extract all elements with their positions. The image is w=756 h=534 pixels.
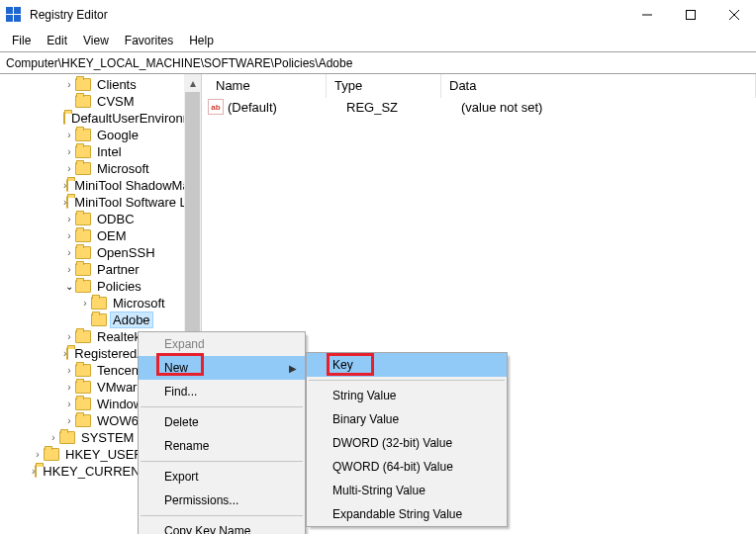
tree-item[interactable]: ›MiniTool Software Limited: [0, 194, 201, 211]
menu-file[interactable]: File: [4, 31, 39, 50]
chevron-right-icon[interactable]: ›: [63, 163, 75, 174]
menu-item-rename[interactable]: Rename: [139, 434, 305, 458]
chevron-right-icon[interactable]: ›: [63, 399, 75, 409]
chevron-right-icon[interactable]: ›: [47, 432, 59, 443]
tree-item-label: Intel: [95, 144, 124, 159]
folder-icon: [75, 364, 91, 377]
menu-edit[interactable]: Edit: [39, 31, 75, 50]
folder-icon: [91, 297, 107, 310]
address-bar[interactable]: Computer\HKEY_LOCAL_MACHINE\SOFTWARE\Pol…: [0, 51, 756, 74]
folder-icon: [75, 145, 91, 158]
menubar: File Edit View Favorites Help: [0, 30, 756, 51]
value-row[interactable]: ab (Default) REG_SZ (value not set): [202, 98, 756, 116]
tree-item-label: DefaultUserEnvironment: [69, 111, 202, 126]
col-name[interactable]: Name: [208, 74, 327, 98]
menu-item-new-label: New: [164, 361, 188, 375]
chevron-right-icon[interactable]: ›: [79, 298, 91, 309]
folder-icon: [75, 246, 91, 259]
tree-item[interactable]: ⌄Policies: [0, 278, 201, 295]
menu-separator: [309, 380, 505, 381]
menu-item-export[interactable]: Export: [139, 465, 305, 489]
tree-item[interactable]: Adobe: [0, 312, 201, 328]
folder-icon: [75, 162, 91, 175]
folder-icon: [59, 431, 75, 444]
tree-item-label: ODBC: [95, 212, 137, 226]
submenu-qword[interactable]: QWORD (64-bit) Value: [307, 455, 507, 479]
folder-icon: [66, 196, 68, 209]
tree-item[interactable]: ›Google: [0, 127, 201, 143]
chevron-right-icon[interactable]: ›: [63, 415, 75, 426]
folder-icon: [75, 78, 91, 91]
submenu-binary[interactable]: Binary Value: [307, 407, 507, 431]
context-menu: Expand New ▶ Find... Delete Rename Expor…: [138, 331, 306, 534]
tree-item-label: SYSTEM: [79, 430, 136, 445]
tree-item[interactable]: ›ODBC: [0, 211, 201, 227]
menu-help[interactable]: Help: [181, 31, 222, 50]
submenu-expand[interactable]: Expandable String Value: [307, 502, 507, 526]
maximize-button[interactable]: [669, 0, 712, 30]
folder-icon: [75, 263, 91, 276]
chevron-right-icon[interactable]: ›: [63, 146, 75, 157]
tree-item[interactable]: ›OpenSSH: [0, 244, 201, 261]
submenu-string[interactable]: String Value: [307, 384, 507, 407]
chevron-right-icon[interactable]: ›: [63, 130, 75, 140]
regedit-icon: [6, 7, 22, 23]
tree-item[interactable]: ›Intel: [0, 143, 201, 160]
chevron-right-icon[interactable]: ›: [63, 79, 75, 90]
menu-separator: [141, 461, 303, 462]
tree-item[interactable]: ›Partner: [0, 261, 201, 278]
menu-favorites[interactable]: Favorites: [117, 31, 181, 50]
submenu-key[interactable]: Key: [307, 353, 507, 377]
tree-item[interactable]: ›Microsoft: [0, 295, 201, 312]
col-type[interactable]: Type: [327, 74, 441, 98]
chevron-right-icon[interactable]: ›: [32, 449, 44, 460]
menu-separator: [141, 406, 303, 407]
submenu-arrow-icon: ▶: [289, 363, 297, 374]
tree-item-label: Realtek: [95, 329, 142, 344]
window-title: Registry Editor: [28, 8, 625, 22]
folder-icon: [75, 381, 91, 394]
tree-item[interactable]: ›Microsoft: [0, 160, 201, 177]
tree-item[interactable]: ›OEM: [0, 227, 201, 244]
chevron-right-icon[interactable]: ›: [63, 247, 75, 258]
minimize-button[interactable]: [625, 0, 669, 30]
close-button[interactable]: [712, 0, 756, 30]
chevron-right-icon[interactable]: ›: [63, 214, 75, 224]
menu-item-expand: Expand: [139, 332, 305, 356]
folder-icon: [35, 465, 37, 478]
svg-rect-1: [687, 11, 696, 20]
tree-item[interactable]: DefaultUserEnvironment: [0, 110, 201, 127]
chevron-right-icon[interactable]: ›: [63, 230, 75, 241]
menu-item-copykey[interactable]: Copy Key Name: [139, 519, 305, 534]
submenu-multi[interactable]: Multi-String Value: [307, 479, 507, 502]
col-data[interactable]: Data: [441, 74, 756, 98]
tree-item[interactable]: ›Clients: [0, 76, 201, 93]
tree-item[interactable]: CVSM: [0, 93, 201, 110]
chevron-right-icon[interactable]: ›: [63, 264, 75, 275]
chevron-right-icon[interactable]: ›: [63, 331, 75, 342]
tree-item-label: Google: [95, 128, 141, 142]
folder-icon: [63, 112, 65, 125]
menu-item-find[interactable]: Find...: [139, 380, 305, 403]
menu-view[interactable]: View: [75, 31, 117, 50]
tree-item[interactable]: ›MiniTool ShadowMaker: [0, 177, 201, 194]
column-headers: Name Type Data: [202, 74, 756, 98]
chevron-down-icon[interactable]: ⌄: [63, 281, 75, 292]
menu-item-new[interactable]: New ▶: [139, 356, 305, 380]
new-submenu: Key String Value Binary Value DWORD (32-…: [306, 352, 508, 527]
folder-icon: [66, 179, 68, 192]
scroll-up-icon[interactable]: ▴: [184, 74, 201, 91]
string-value-icon: ab: [208, 99, 224, 115]
folder-icon: [75, 280, 91, 293]
tree-item-label: Partner: [95, 262, 142, 277]
tree-item-label: Microsoft: [95, 161, 151, 176]
tree-item-label: Policies: [95, 279, 143, 294]
menu-item-delete[interactable]: Delete: [139, 410, 305, 434]
tree-item-label: Adobe: [111, 312, 152, 327]
folder-icon: [91, 313, 107, 326]
chevron-right-icon[interactable]: ›: [63, 382, 75, 393]
submenu-dword[interactable]: DWORD (32-bit) Value: [307, 431, 507, 455]
menu-item-permissions[interactable]: Permissions...: [139, 489, 305, 512]
folder-icon: [75, 330, 91, 343]
chevron-right-icon[interactable]: ›: [63, 365, 75, 376]
